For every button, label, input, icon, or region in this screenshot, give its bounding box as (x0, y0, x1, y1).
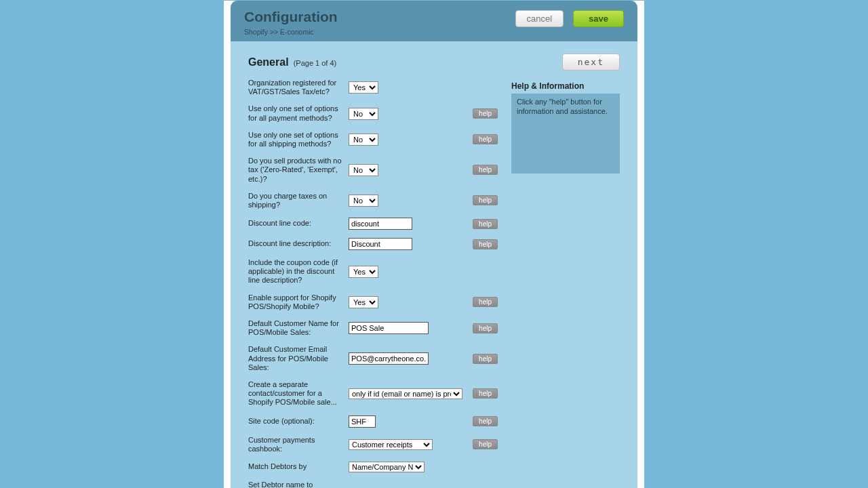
help-button-pos-email[interactable]: help (473, 354, 498, 364)
help-panel-title: Help & Information (511, 81, 620, 91)
label-site-code: Site code (optional): (248, 417, 349, 426)
help-button-site-code[interactable]: help (473, 416, 498, 426)
row-discount-code: Discount line code: help (248, 218, 498, 230)
label-discount-desc: Discount line description: (248, 239, 349, 248)
row-cashbook: Customer payments cashbook: Customer rec… (248, 436, 498, 453)
select-include-coupon[interactable]: Yes (349, 266, 378, 278)
row-match-debtors: Match Debtors by Name/Company Name (248, 462, 498, 472)
help-button-cashbook[interactable]: help (473, 439, 498, 449)
label-include-coupon: Include the coupon code (if applicable) … (248, 258, 349, 285)
label-cashbook: Customer payments cashbook: (248, 436, 349, 453)
select-one-set-payment[interactable]: No (349, 108, 378, 120)
label-pos-contact: Create a separate contact/customer for a… (248, 380, 349, 407)
help-panel-body: Click any "help" button for information … (511, 94, 620, 174)
row-discount-desc: Discount line description: help (248, 238, 498, 250)
input-site-code[interactable] (349, 415, 376, 428)
help-button-tax-shipping[interactable]: help (473, 195, 498, 205)
page-background: Configuration Shopify >> E-conomic cance… (0, 0, 868, 488)
form-column: Organization registered for VAT/GST/Sale… (248, 79, 498, 488)
breadcrumb: Shopify >> E-conomic (244, 28, 338, 36)
select-pos-enable[interactable]: Yes (349, 296, 378, 308)
help-button-one-set-shipping[interactable]: help (473, 134, 498, 144)
select-tax-shipping[interactable]: No (349, 195, 378, 207)
row-site-code: Site code (optional): help (248, 415, 498, 428)
row-zero-rated: Do you sell products with no tax ('Zero-… (248, 157, 498, 184)
cancel-button[interactable]: cancel (515, 10, 564, 27)
page-frame: Configuration Shopify >> E-conomic cance… (224, 1, 644, 488)
help-button-one-set-payment[interactable]: help (473, 108, 498, 119)
row-pos-name: Default Customer Name for POS/Mobile Sal… (248, 319, 498, 337)
row-include-coupon: Include the coupon code (if applicable) … (248, 258, 498, 285)
label-one-set-payment: Use only one set of options for all paym… (248, 104, 349, 122)
select-match-debtors[interactable]: Name/Company Name (349, 462, 425, 472)
select-cashbook[interactable]: Customer receipts (349, 439, 433, 450)
body-columns: Organization registered for VAT/GST/Sale… (248, 79, 620, 488)
select-one-set-shipping[interactable]: No (349, 134, 378, 146)
row-one-set-shipping: Use only one set of options for all ship… (248, 131, 498, 148)
help-column: Help & Information Click any "help" butt… (511, 81, 620, 488)
panel-header: Configuration Shopify >> E-conomic cance… (231, 1, 637, 41)
help-button-discount-code[interactable]: help (473, 219, 498, 229)
input-pos-email[interactable] (349, 352, 429, 365)
config-panel: Configuration Shopify >> E-conomic cance… (231, 1, 637, 488)
help-button-discount-desc[interactable]: help (473, 239, 498, 249)
save-button[interactable]: save (573, 10, 624, 27)
help-button-pos-contact[interactable]: help (473, 388, 498, 399)
row-vat-registered: Organization registered for VAT/GST/Sale… (248, 79, 498, 96)
input-discount-code[interactable] (349, 218, 412, 230)
page-indicator: (Page 1 of 4) (294, 59, 337, 67)
header-actions: cancel save (515, 9, 625, 27)
label-one-set-shipping: Use only one set of options for all ship… (248, 131, 349, 148)
row-one-set-payment: Use only one set of options for all paym… (248, 104, 498, 122)
label-match-debtors: Match Debtors by (248, 462, 349, 471)
label-pos-name: Default Customer Name for POS/Mobile Sal… (248, 319, 349, 337)
help-button-pos-name[interactable]: help (473, 323, 498, 333)
input-discount-desc[interactable] (349, 238, 412, 250)
row-pos-contact: Create a separate contact/customer for a… (248, 380, 498, 407)
header-left: Configuration Shopify >> E-conomic (244, 9, 338, 36)
section-title-wrap: General (Page 1 of 4) (248, 56, 336, 68)
next-button[interactable]: next (562, 54, 620, 70)
row-pos-enable: Enable support for Shopify POS/Shopify M… (248, 293, 498, 311)
row-pos-email: Default Customer Email Address for POS/M… (248, 345, 498, 372)
help-button-zero-rated[interactable]: help (473, 165, 498, 175)
page-title: Configuration (244, 9, 338, 25)
label-set-debtor-company: Set Debtor name to company name (if prov… (248, 481, 349, 488)
label-vat-registered: Organization registered for VAT/GST/Sale… (248, 79, 349, 96)
select-pos-contact[interactable]: only if id (email or name) is provided (349, 388, 462, 399)
label-pos-email: Default Customer Email Address for POS/M… (248, 345, 349, 372)
input-pos-name[interactable] (349, 322, 429, 334)
select-vat-registered[interactable]: Yes (349, 81, 378, 94)
row-set-debtor-company: Set Debtor name to company name (if prov… (248, 481, 498, 488)
help-button-pos-enable[interactable]: help (473, 297, 498, 307)
section-title: General (248, 56, 289, 68)
label-zero-rated: Do you sell products with no tax ('Zero-… (248, 157, 349, 184)
label-pos-enable: Enable support for Shopify POS/Shopify M… (248, 293, 349, 311)
label-tax-shipping: Do you charge taxes on shipping? (248, 192, 349, 209)
panel-content: General (Page 1 of 4) next Organization … (231, 41, 637, 488)
label-discount-code: Discount line code: (248, 219, 349, 228)
row-tax-shipping: Do you charge taxes on shipping? No help (248, 192, 498, 209)
section-header: General (Page 1 of 4) next (248, 54, 620, 70)
select-zero-rated[interactable]: No (349, 164, 378, 176)
